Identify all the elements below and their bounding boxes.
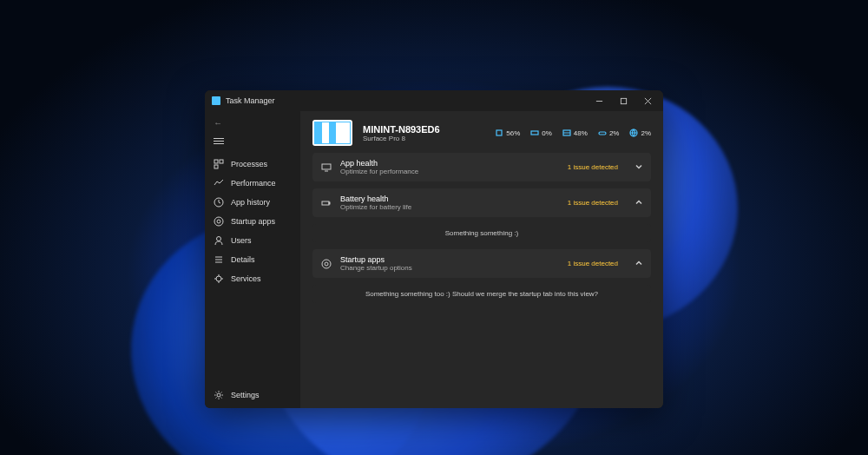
svg-rect-23 <box>322 164 331 169</box>
chevron-up-icon <box>635 260 642 268</box>
stat-network[interactable]: 2% <box>598 129 620 137</box>
sidebar-item-startup-apps[interactable]: Startup apps <box>205 212 300 231</box>
maximize-button[interactable] <box>611 90 635 111</box>
sidebar-item-settings[interactable]: Settings <box>205 386 300 405</box>
sidebar-item-processes[interactable]: Processes <box>205 155 300 174</box>
chevron-down-icon <box>635 163 642 172</box>
main-content: MININT-N893ED6 Surface Pro 8 56% 0% 48% … <box>300 111 663 408</box>
device-model: Surface Pro 8 <box>363 135 440 142</box>
performance-icon <box>214 178 224 188</box>
task-manager-window: Task Manager ← Processes Performance App… <box>205 90 663 408</box>
history-icon <box>214 197 224 208</box>
services-icon <box>214 274 224 284</box>
svg-point-10 <box>217 237 221 241</box>
sidebar-item-details[interactable]: Details <box>205 250 300 269</box>
sidebar: ← Processes Performance App history Star… <box>205 111 300 408</box>
monitor-icon <box>321 162 332 173</box>
svg-point-8 <box>214 217 223 226</box>
svg-rect-16 <box>496 130 502 135</box>
stat-cpu[interactable]: 56% <box>495 129 520 137</box>
sidebar-item-label: Services <box>231 274 261 283</box>
app-title: Task Manager <box>226 96 275 105</box>
sidebar-item-label: Details <box>231 255 255 264</box>
device-name: MININT-N893ED6 <box>363 124 440 135</box>
chevron-up-icon <box>635 199 642 208</box>
svg-point-28 <box>325 262 328 266</box>
resource-stats: 56% 0% 48% 2% 2% <box>495 129 651 137</box>
status-badge: 1 issue detected <box>568 199 618 207</box>
sidebar-item-services[interactable]: Services <box>205 269 300 288</box>
card-app-health[interactable]: App healthOptimize for performance 1 iss… <box>312 153 651 181</box>
stat-memory[interactable]: 0% <box>530 129 552 137</box>
sidebar-item-label: Performance <box>231 179 276 188</box>
back-button[interactable]: ← <box>205 115 300 131</box>
app-icon <box>212 96 220 105</box>
hamburger-button[interactable] <box>205 131 300 155</box>
close-button[interactable] <box>635 90 660 111</box>
svg-point-27 <box>322 260 331 268</box>
stat-gpu[interactable]: 2% <box>629 129 651 137</box>
svg-rect-6 <box>214 165 218 168</box>
battery-icon <box>321 198 332 208</box>
sidebar-item-label: Users <box>231 236 252 245</box>
sidebar-item-label: Processes <box>231 160 267 168</box>
svg-rect-20 <box>599 132 606 135</box>
gear-icon <box>214 390 224 400</box>
processes-icon <box>214 159 224 169</box>
sidebar-item-label: Settings <box>231 391 260 399</box>
stat-disk[interactable]: 48% <box>562 129 588 137</box>
details-icon <box>214 254 224 265</box>
sidebar-item-label: App history <box>231 198 270 207</box>
users-icon <box>214 235 224 246</box>
card-startup-apps[interactable]: Startup appsChange startup options 1 iss… <box>312 249 651 278</box>
startup-icon <box>214 216 224 227</box>
sidebar-item-app-history[interactable]: App history <box>205 193 300 212</box>
svg-rect-25 <box>322 201 329 205</box>
startup-card-icon <box>321 259 332 269</box>
svg-point-15 <box>217 393 220 397</box>
status-badge: 1 issue detected <box>568 260 618 267</box>
device-header: MININT-N893ED6 Surface Pro 8 56% 0% 48% … <box>312 120 651 146</box>
card-battery-health[interactable]: Battery healthOptimize for battery life … <box>312 188 651 217</box>
sidebar-item-users[interactable]: Users <box>205 231 300 250</box>
sidebar-item-label: Startup apps <box>231 217 275 226</box>
sidebar-item-performance[interactable]: Performance <box>205 174 300 193</box>
svg-point-9 <box>217 220 220 223</box>
svg-rect-1 <box>621 98 626 103</box>
status-badge: 1 issue detected <box>568 163 618 171</box>
svg-rect-26 <box>329 202 330 204</box>
svg-rect-4 <box>214 160 218 163</box>
svg-rect-17 <box>531 131 538 135</box>
card-battery-detail: Something something :) <box>312 224 651 242</box>
card-startup-detail: Something something too :) Should we mer… <box>312 285 651 303</box>
device-thumbnail <box>312 120 352 146</box>
minimize-button[interactable] <box>587 90 611 111</box>
svg-rect-5 <box>220 160 223 163</box>
titlebar[interactable]: Task Manager <box>205 90 663 111</box>
svg-point-14 <box>216 276 221 281</box>
